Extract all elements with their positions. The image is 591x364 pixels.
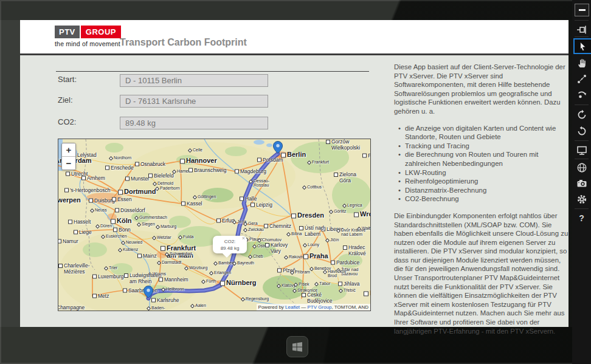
globe-icon (576, 162, 587, 173)
gear-icon (576, 194, 587, 205)
zoom-out-button[interactable]: − (62, 156, 75, 170)
map-city-label: 's-Hertogenbosch (64, 187, 110, 193)
map-city-label: Louny (303, 242, 319, 247)
map-city-label: Rakovnik (285, 255, 306, 259)
toolbar-separator (575, 140, 589, 141)
map-city-label: Frankfurtam Main (161, 244, 196, 259)
ziel-label: Ziel: (58, 95, 73, 105)
minimize-button[interactable] (575, 4, 589, 16)
rotate-counterclockwise-button[interactable] (572, 123, 591, 138)
change-resolution-button[interactable] (572, 143, 591, 157)
basic-touch-mode-button[interactable] (572, 56, 591, 70)
map-city-label: Plzeň (277, 267, 296, 273)
map-city-label: Namur (58, 238, 78, 244)
map-city-label: Dvůr Královénad Labem (337, 228, 365, 236)
map-city-label: Braunschweig (188, 167, 226, 173)
map-city-label: Chomutov (258, 238, 282, 242)
attribution-suffix: , TOMTOM, AND (332, 304, 368, 310)
map-city-label: KarlovyVary (265, 242, 288, 254)
co2-input[interactable] (120, 117, 268, 129)
map-city-label: Nürnberg (220, 279, 257, 286)
map-city-label: Potsdam (257, 157, 283, 163)
feature-item: CO2-Berechnung (404, 194, 569, 204)
ziel-input[interactable] (120, 95, 268, 108)
help-button[interactable]: ? (572, 211, 591, 225)
toolbar-separator (575, 36, 589, 37)
map-city-label: Osnabruck (135, 161, 165, 167)
map-city-label: Heilbronn (162, 287, 184, 291)
map-city-label: Luxemburg (92, 273, 124, 280)
map-city-label: Chemnitz (264, 223, 291, 229)
map-city-label: Regensburg (241, 297, 269, 301)
start-pin-berlin[interactable] (273, 141, 283, 154)
form-divider (56, 71, 369, 72)
map-city-label: Žďár nadSázavou (337, 267, 358, 276)
set-location-button[interactable] (572, 160, 591, 175)
mouse-mode-button[interactable] (573, 38, 591, 54)
map-city-label: Metz (92, 293, 109, 299)
windows-hardware-button[interactable] (286, 336, 308, 357)
simulator-toolbar: ? (572, 0, 591, 364)
copy-screenshot-button[interactable] (572, 176, 591, 191)
map-city-label: GorzówWielkopolski (326, 139, 360, 151)
map-city-label: Mannheim (159, 276, 188, 283)
feature-item: Tracking und Tracing (404, 142, 569, 151)
rotation-touch-button[interactable] (572, 88, 591, 102)
map-city-label: Munster (125, 176, 150, 182)
map-city-label: HavlíčkůvBrod (323, 269, 346, 278)
screenshot-settings-button[interactable] (572, 192, 591, 207)
map-city-label: Hameln (173, 169, 192, 173)
map-city-label: Ludwigshafenam Rhein (124, 272, 161, 284)
feature-item: Reihenfolgeoptimierung (404, 177, 569, 186)
destination-pin-karlsruhe[interactable] (143, 286, 153, 298)
page-title: Transport Carbon Footprint (120, 37, 247, 48)
popup-close-icon[interactable]: × (242, 236, 245, 241)
map-city-label: Bílina (287, 232, 302, 236)
pin-icon (576, 24, 587, 35)
ptv-group-link[interactable]: PTV Group (308, 304, 332, 310)
pinch-zoom-touch-button[interactable] (572, 72, 591, 86)
map-city-label: Würzburg (185, 266, 207, 270)
rotate-clockwise-icon (576, 109, 587, 120)
start-input[interactable] (120, 74, 268, 87)
map-city-label: Zwickau (244, 227, 264, 232)
leaflet-link[interactable]: Leaflet (285, 304, 300, 310)
map-attribution: Powered by Leaflet — PTV Group, TOMTOM, … (257, 304, 370, 311)
map-zoom-control: + − (61, 143, 76, 170)
feature-item: die Anzeige von digitalen Karten und Con… (404, 124, 569, 142)
monitor-icon (576, 145, 587, 156)
map-city-label: Marburg (156, 224, 176, 228)
map-city-label: Trier (105, 266, 117, 270)
logo-tagline: the mind of movement (55, 40, 121, 47)
map-city-label: Ústí nadLabem (299, 225, 324, 237)
map-city-label: Koblenz (119, 247, 138, 252)
map-city-label: Erlangen (210, 270, 231, 275)
map-city-label: Kassel (181, 201, 202, 207)
map-city-label: Neuss (91, 208, 107, 212)
map-city-label: Neuwied (122, 240, 142, 244)
ptv-logo: PTV GROUP the mind of movement (55, 26, 121, 47)
map-city-label: Aalen (191, 303, 206, 307)
map-city-label: Dessau-Rosslau (249, 179, 269, 187)
map-city-label: Bielefeld (148, 173, 174, 179)
info-column: Diese App basiert auf der Client-Server-… (394, 63, 569, 343)
map-city-label: Jihlava (338, 281, 359, 287)
zoom-in-button[interactable]: + (62, 143, 75, 156)
map-city-label: Bonn (113, 227, 131, 233)
group-logo-box: GROUP (81, 26, 121, 38)
map-city-label: Jičín (326, 238, 339, 242)
map-city-label: Schweinfurt (165, 252, 192, 256)
map-city-label: Příbram (291, 270, 310, 274)
map-city-label: Dortmund (118, 188, 156, 195)
map-city-label: Arnhem (81, 175, 105, 181)
route-map[interactable]: LelystadAmsterdamUtrechtArnhem's-Hertoge… (58, 139, 371, 311)
hand-touch-icon (576, 58, 587, 69)
always-on-top-button[interactable] (572, 22, 591, 37)
map-city-label: Brno (364, 289, 371, 297)
map-city-label: Düsseldorf (115, 207, 145, 213)
map-city-label: Fulda (179, 235, 194, 239)
map-city-label: Plauen (245, 237, 263, 241)
rotate-clockwise-button[interactable] (572, 107, 591, 122)
start-label: Start: (58, 75, 77, 84)
map-city-label: Celle (188, 148, 202, 152)
